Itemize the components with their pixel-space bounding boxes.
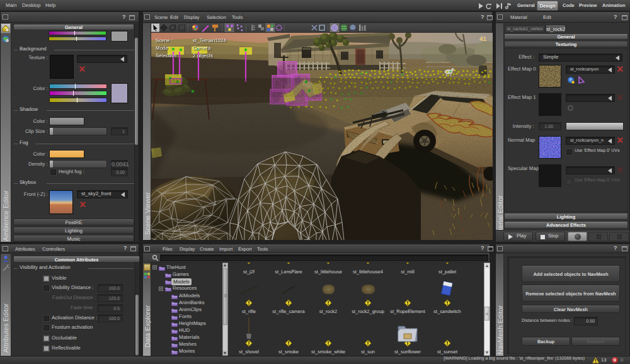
svg-text:st_Terrain1024: st_Terrain1024 [193, 38, 226, 43]
svg-text:Camera: Camera [193, 45, 211, 51]
svg-text:2 objects: 2 objects [193, 53, 213, 59]
svg-text:Scene :: Scene : [156, 38, 173, 43]
svg-text:Selection :: Selection : [156, 53, 179, 59]
svg-text:41: 41 [479, 36, 487, 43]
svg-text:Mode :: Mode : [156, 45, 171, 51]
